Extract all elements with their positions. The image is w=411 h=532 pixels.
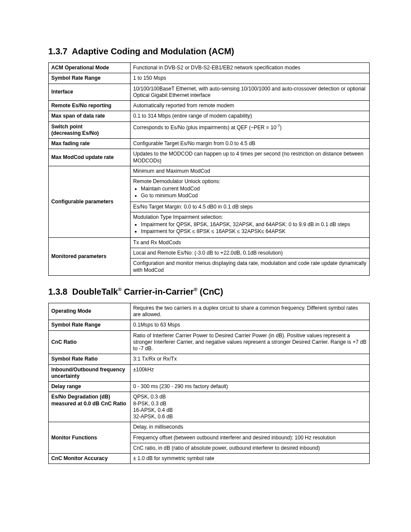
table-row: Max span of data rate0.1 to 314 Mbps (en… <box>49 111 370 121</box>
table-row: Operating ModeRequires the two carriers … <box>49 303 370 320</box>
row-label: Operating Mode <box>49 303 131 320</box>
row-label: Delay range <box>49 382 131 392</box>
row-label-line2: (decreasing Es/No) <box>51 130 99 136</box>
row-value: 3:1 Tx/Rx or Rx/Tx <box>131 354 370 364</box>
row-label: Switch point(decreasing Es/No) <box>49 121 131 139</box>
value-line: 8-PSK, 0.3 dB <box>133 401 166 407</box>
row-label: Remote Es/No reporting <box>49 101 131 111</box>
row-value: Configuration and monitor menus displayi… <box>131 258 370 276</box>
row-value: Frequency offset (between outbound inter… <box>131 432 370 443</box>
row-label: Max ModCod update rate <box>49 149 131 166</box>
row-label: Interface <box>49 84 131 101</box>
row-value: Ratio of Interferer Carrier Power to Des… <box>131 330 370 354</box>
table-row: Monitored parameters Tx and Rx ModCods <box>49 237 370 248</box>
value-text: Corresponds to Es/No (plus impairments) … <box>133 124 277 131</box>
row-value: Modulation Type Impairment selection: Im… <box>131 212 370 238</box>
value-sup: -7 <box>277 124 280 128</box>
row-value: QPSK, 0.3 dB 8-PSK, 0.3 dB 16-APSK, 0.4 … <box>131 392 370 422</box>
table-row: Monitor Functions Delay, in milliseconds <box>49 422 370 432</box>
section-heading-acm: 1.3.7 Adaptive Coding and Modulation (AC… <box>48 47 370 56</box>
row-value: Automatically reported from remote modem <box>131 101 370 111</box>
table-row: Es/No Degradation (dB) measured at 0.0 d… <box>49 392 370 422</box>
heading-text: DoubleTalk <box>72 287 118 296</box>
table-row: Symbol Rate Range1 to 150 Msps <box>49 73 370 84</box>
row-label: Symbol Rate Ratio <box>49 354 131 364</box>
row-value: 0.1 to 314 Mbps (entire range of modem c… <box>131 111 370 121</box>
row-value: 10/100/100BaseT Ethernet, with auto-sens… <box>131 84 370 101</box>
table-row: Interface10/100/100BaseT Ethernet, with … <box>49 84 370 101</box>
row-label: Es/No Degradation (dB) measured at 0.0 d… <box>49 392 131 422</box>
table-row: CnC Monitor Accuracy± 1.0 dB for symmetr… <box>49 454 370 464</box>
bullet-list: Impairment for QPSK, 8PSK, 16APSK, 32APS… <box>141 221 367 235</box>
table-row: Max ModCod update rateUpdates to the MOD… <box>49 149 370 166</box>
heading-number: 1.3.8 <box>48 287 67 296</box>
section-heading-cnc: 1.3.8 DoubleTalk® Carrier-in-Carrier® (C… <box>48 287 370 297</box>
row-value: Configurable Target Es/No margin from 0.… <box>131 139 370 149</box>
row-value: 1 to 150 Msps <box>131 73 370 84</box>
value-text: ) <box>280 124 282 131</box>
row-label: Max fading rate <box>49 139 131 149</box>
row-label: Monitor Functions <box>49 422 131 454</box>
row-value: 0.1Msps to 63 Msps <box>131 320 370 330</box>
row-label: Inbound/Outbound frequency uncertainty <box>49 364 131 382</box>
value-line: 32-APSK, 0.6 dB <box>133 414 173 420</box>
row-value: Remote Demodulator Unlock options: Maint… <box>131 177 370 202</box>
row-value: Requires the two carriers in a duplex ci… <box>131 303 370 320</box>
row-value: Tx and Rx ModCods <box>131 237 370 248</box>
row-value: Corresponds to Es/No (plus impairments) … <box>131 121 370 139</box>
row-label: Monitored parameters <box>49 237 131 275</box>
table-row: Symbol Rate Range0.1Msps to 63 Msps <box>49 320 370 330</box>
row-value: Local and Remote Es/No: (-3.0 dB to +22.… <box>131 248 370 258</box>
table-row: Delay range0 - 300 ms (230 - 290 ms fact… <box>49 382 370 392</box>
row-label: CnC Monitor Accuracy <box>49 454 131 464</box>
row-value: Delay, in milliseconds <box>131 422 370 432</box>
cnc-table: Operating ModeRequires the two carriers … <box>48 303 370 464</box>
list-item: Impairment for QPSK, 8PSK, 16APSK, 32APS… <box>141 221 367 228</box>
row-label: Max span of data rate <box>49 111 131 121</box>
row-value: ± 1.0 dB for symmetric symbol rate <box>131 454 370 464</box>
acm-table: ACM Operational ModeFunctional in DVB-S2… <box>48 62 370 276</box>
table-row: Configurable parameters Minimum and Maxi… <box>49 166 370 176</box>
heading-text: Carrier-in-Carrier <box>121 287 194 296</box>
row-label: Symbol Rate Range <box>49 73 131 84</box>
row-label: Symbol Rate Range <box>49 320 131 330</box>
table-row: Inbound/Outbound frequency uncertainty±1… <box>49 364 370 382</box>
table-row: Max fading rateConfigurable Target Es/No… <box>49 139 370 149</box>
list-item: Maintain current ModCod <box>141 186 367 192</box>
row-label: Configurable parameters <box>49 166 131 237</box>
value-intro: Remote Demodulator Unlock options: <box>133 178 221 184</box>
list-item: Impairment for QPSK ≤ 8PSK ≤ 16APSK ≤ 32… <box>141 228 367 235</box>
value-line: QPSK, 0.3 dB <box>133 394 166 400</box>
value-intro: Modulation Type Impairment selection: <box>133 214 223 220</box>
row-label-line1: Switch point <box>51 124 82 130</box>
table-row: Symbol Rate Ratio3:1 Tx/Rx or Rx/Tx <box>49 354 370 364</box>
row-value: ±100kHz <box>131 364 370 382</box>
row-label: ACM Operational Mode <box>49 63 131 73</box>
row-value: Es/No Target Margin: 0.0 to 4.5 dB0 in 0… <box>131 202 370 212</box>
row-value: Functional in DVB-S2 or DVB-S2-EB1/EB2 n… <box>131 63 370 73</box>
value-line: 16-APSK, 0.4 dB <box>133 407 173 413</box>
row-value: Minimum and Maximum ModCod <box>131 166 370 176</box>
table-row: Remote Es/No reportingAutomatically repo… <box>49 101 370 111</box>
bullet-list: Maintain current ModCod Go to minimum Mo… <box>141 186 367 199</box>
heading-number: 1.3.7 <box>48 47 67 56</box>
registered-icon: ® <box>194 287 197 292</box>
row-value: CnC ratio, in dB (ratio of absolute powe… <box>131 443 370 453</box>
heading-text: (CnC) <box>197 287 223 296</box>
table-row: ACM Operational ModeFunctional in DVB-S2… <box>49 63 370 73</box>
row-label: CnC Ratio <box>49 330 131 354</box>
heading-text: Adaptive Coding and Modulation (ACM) <box>72 47 234 56</box>
table-row: CnC RatioRatio of Interferer Carrier Pow… <box>49 330 370 354</box>
row-value: Updates to the MODCOD can happen up to 4… <box>131 149 370 166</box>
row-value: 0 - 300 ms (230 - 290 ms factory default… <box>131 382 370 392</box>
registered-icon: ® <box>118 287 121 292</box>
table-row: Switch point(decreasing Es/No) Correspon… <box>49 121 370 139</box>
list-item: Go to minimum ModCod <box>141 193 367 199</box>
